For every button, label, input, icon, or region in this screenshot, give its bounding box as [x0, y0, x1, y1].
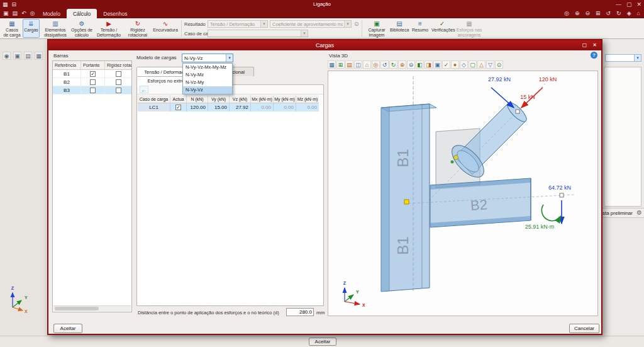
load-row-lc1[interactable]: LC1 ✓ 120.00 15.00 27.92 0.00 0.00 0.00	[138, 103, 319, 111]
bounding-box-icon[interactable]: ▢	[469, 60, 477, 69]
dropdown-option[interactable]: N-Vy-Mz	[183, 71, 232, 79]
rotate-cw-icon[interactable]: ↻	[389, 60, 397, 69]
vz-value[interactable]: 27.92	[230, 103, 251, 111]
zoom-in-icon[interactable]: ⊕	[398, 60, 406, 69]
ribbon-biblioteca-button[interactable]: ▤ Biblioteca	[389, 19, 409, 38]
maximize-button[interactable]: ▢	[626, 1, 632, 8]
vista-3d-viewport[interactable]: B1 B1 B2 27.92 kN 120 kN 15	[328, 71, 598, 316]
barras-panel: Referência Portante Rigidez rotacional B…	[52, 60, 132, 312]
clip-right-icon[interactable]: ◨	[425, 60, 433, 69]
actua-checkbox[interactable]: ✓	[175, 105, 181, 110]
camera-tool-icon[interactable]: ▣	[13, 52, 21, 60]
portante-checkbox[interactable]: ✓	[90, 71, 96, 77]
barras-row-b3-selected[interactable]: B3	[53, 86, 131, 94]
cargas-dialog: Cargas ▢ ✕ Barras Referência Portante Ri…	[47, 39, 602, 335]
dropdown-option[interactable]: N-Vz-My	[183, 79, 232, 86]
col-vz: Vz (kN)	[230, 95, 251, 103]
ribbon-cargas-button[interactable]: ⇊ Cargas	[23, 19, 40, 38]
barras-hscrollbar[interactable]	[53, 305, 131, 311]
ribbon-rigidez-rotacional-button[interactable]: ↻ Rigidez rotacional	[125, 19, 151, 38]
print-icon[interactable]: ▤	[13, 10, 18, 16]
show-labels-icon[interactable]: ✓	[442, 60, 450, 69]
ribbon-encurvadura-button[interactable]: ∿ Encurvadura	[152, 19, 179, 38]
dialog-maximize-button[interactable]: ▢	[580, 42, 589, 49]
view-up-icon[interactable]: △	[477, 60, 486, 69]
ribbon-casos-de-carga-label: Casos de carga	[3, 28, 21, 38]
caso-de-carga-combobox: ▾	[208, 30, 308, 37]
select-tool-icon[interactable]: ◎	[564, 10, 569, 16]
rigidez-checkbox[interactable]	[116, 88, 121, 93]
rotate-left-icon[interactable]: ↺	[606, 10, 611, 16]
tab-calculo[interactable]: Cálculo	[67, 9, 97, 18]
show-nodes-icon[interactable]: ●	[451, 60, 459, 69]
minimize-button[interactable]: —	[616, 1, 621, 8]
dialog-accept-button[interactable]: Aceitar	[53, 324, 82, 333]
orbit-icon[interactable]: ◎	[372, 60, 380, 69]
target-icon[interactable]: ⊙	[495, 60, 503, 69]
rotate-right-icon[interactable]: ↻	[616, 10, 621, 16]
zoom-in-icon[interactable]: ⊕	[575, 10, 580, 16]
load-cases-icon: ▦	[3, 20, 21, 28]
export-icon[interactable]: ▦	[35, 52, 43, 60]
ribbon-verificacoes-button[interactable]: ✓ Verificações	[431, 19, 453, 38]
zoom-window-icon[interactable]: ⊞	[336, 60, 345, 69]
barras-row-b2[interactable]: B2	[53, 78, 131, 86]
wireframe-icon[interactable]: ◇	[460, 60, 468, 69]
tab-desenhos[interactable]: Desenhos	[97, 9, 133, 18]
main-accept-button[interactable]: Aceitar	[309, 338, 336, 346]
rigidez-checkbox[interactable]	[116, 71, 121, 77]
member-label-b1-top: B1	[394, 149, 411, 167]
ribbon-separator	[181, 20, 182, 37]
view-down-icon[interactable]: ▽	[486, 60, 494, 69]
pan-icon[interactable]: ◈	[627, 10, 631, 16]
cargas-dialog-titlebar: Cargas ▢ ✕	[48, 40, 601, 50]
pointer-tool-icon[interactable]: ◉	[3, 52, 11, 60]
home-view-icon[interactable]: ⌂	[363, 60, 371, 69]
tab-modelo[interactable]: Modelo	[36, 9, 67, 18]
dropdown-option[interactable]: N-Vy-Vz-Mx-My-Mz	[183, 64, 232, 71]
clip-left-icon[interactable]: ◧	[416, 60, 424, 69]
modelo-de-cargas-combobox[interactable]: N-Vy-Vz ▾	[182, 54, 233, 62]
scrollbar-thumb[interactable]	[55, 307, 99, 310]
help-icon[interactable]: ?	[591, 52, 597, 59]
fit-view-icon[interactable]: ▦	[328, 60, 336, 69]
zoom-window-icon[interactable]: ⊞	[596, 10, 601, 16]
printer-icon[interactable]: ▤	[24, 52, 32, 60]
zoom-out-icon[interactable]: ⊖	[585, 10, 590, 16]
rotate-ccw-icon[interactable]: ↺	[380, 60, 389, 69]
shaded-view-icon[interactable]: ▣	[433, 60, 441, 69]
display-options-icon[interactable]: ▤	[345, 60, 353, 69]
back-arrow-icon[interactable]: ←	[140, 86, 148, 93]
ribbon-elementos-dissipativos-button[interactable]: ▥ Elementos dissipativos	[42, 19, 69, 38]
dialog-close-button[interactable]: ✕	[591, 42, 599, 49]
ribbon-capturar-imagem-button[interactable]: ▣ Capturar imagem	[365, 19, 388, 38]
ribbon-opcoes-calculo-button[interactable]: ⚙ Opções de cálculo	[70, 19, 93, 38]
side-combobox[interactable]: ▾	[605, 54, 641, 62]
dropdown-option-selected[interactable]: N-Vy-Vz	[183, 86, 232, 94]
gear-icon[interactable]: ⚙	[636, 209, 642, 216]
theoretical-node[interactable]	[404, 200, 409, 204]
rigidez-checkbox[interactable]	[116, 79, 121, 85]
vy-value[interactable]: 15.00	[208, 103, 230, 111]
ribbon-casos-de-carga-button[interactable]: ▦ Casos de carga	[3, 19, 21, 38]
portante-checkbox[interactable]	[90, 88, 96, 93]
barras-title: Barras	[53, 53, 69, 59]
col-my: My (kN·m)	[274, 95, 296, 103]
buckling-icon: ∿	[153, 20, 178, 28]
home-view-icon[interactable]: ⌂	[637, 10, 640, 16]
save-icon[interactable]: ▣	[3, 10, 9, 16]
n-value[interactable]: 120.00	[187, 103, 208, 111]
dialog-cancel-button[interactable]: Cancelar	[569, 324, 599, 333]
portante-checkbox[interactable]	[90, 79, 96, 85]
ribbon-tensao-deformacao-button[interactable]: ▶ Tensão / Deformação	[94, 19, 123, 38]
distance-input[interactable]	[286, 308, 314, 316]
undo-icon[interactable]: ↶	[21, 10, 26, 16]
zoom-icon[interactable]: ◎	[30, 10, 35, 16]
barras-row-b1[interactable]: B1 ✓	[53, 70, 131, 78]
ribbon-resumo-button[interactable]: ≡ Resumo	[411, 19, 430, 38]
member-label-b1-bottom: B1	[394, 236, 411, 254]
zoom-out-icon[interactable]: ⊖	[407, 60, 415, 69]
close-button[interactable]: ✕	[636, 1, 641, 8]
checks-icon: ✓	[431, 20, 453, 28]
views-icon[interactable]: ◫	[354, 60, 362, 69]
